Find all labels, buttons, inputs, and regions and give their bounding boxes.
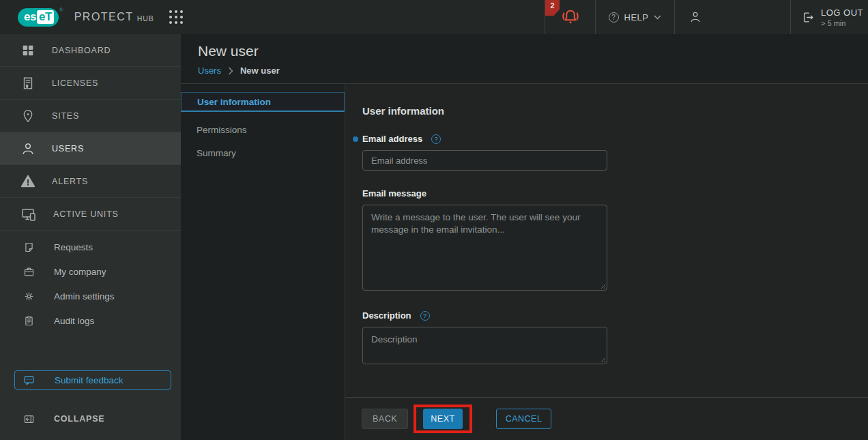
- description-textarea[interactable]: [362, 327, 607, 364]
- sidebar-label: Admin settings: [54, 291, 115, 302]
- app-launcher-icon[interactable]: [169, 10, 183, 24]
- help-circle-icon: ?: [609, 12, 619, 23]
- logout-label: LOG OUT: [821, 8, 863, 18]
- step-summary[interactable]: Summary: [181, 148, 345, 158]
- eset-logo-pill: es eT: [18, 8, 59, 27]
- help-menu[interactable]: ? HELP: [595, 0, 674, 34]
- email-message-textarea[interactable]: [362, 205, 607, 291]
- form-panel: User information Email address ? Email m…: [345, 84, 868, 440]
- product-name: PROTECT: [74, 11, 134, 23]
- logo-text-es: es: [24, 10, 36, 24]
- collapse-icon: [23, 413, 35, 425]
- email-message-label-row: Email message: [362, 188, 868, 199]
- sidebar-item-active-units[interactable]: ACTIVE UNITS: [0, 198, 181, 231]
- step-permissions[interactable]: Permissions: [181, 125, 345, 135]
- sidebar-item-audit-logs[interactable]: Audit logs: [0, 308, 181, 333]
- sidebar-item-alerts[interactable]: ALERTS: [0, 165, 181, 198]
- sidebar-item-licenses[interactable]: LICENSES: [0, 67, 181, 100]
- form-heading: User information: [362, 105, 868, 117]
- briefcase-icon: [23, 266, 35, 278]
- next-button[interactable]: NEXT: [423, 409, 463, 429]
- sidebar-item-users[interactable]: USERS: [0, 132, 181, 165]
- description-label-row: Description ?: [362, 310, 868, 321]
- page-header: New user Users New user: [181, 34, 868, 84]
- breadcrumb-chevron-icon: [228, 67, 233, 75]
- sidebar-item-admin-settings[interactable]: Admin settings: [0, 284, 181, 308]
- sidebar-label: LICENSES: [52, 78, 98, 88]
- collapse-sidebar-button[interactable]: COLLAPSE: [0, 398, 181, 440]
- feedback-bubble-icon: [23, 375, 35, 386]
- back-button[interactable]: BACK: [362, 409, 408, 429]
- sidebar-item-sites[interactable]: SITES: [0, 100, 181, 132]
- email-message-label: Email message: [362, 188, 426, 199]
- devices-icon: [20, 206, 37, 222]
- collapse-label: COLLAPSE: [54, 414, 104, 424]
- breadcrumb-link-users[interactable]: Users: [198, 65, 221, 76]
- sidebar-item-requests[interactable]: Requests: [0, 235, 181, 259]
- sidebar-nav: DASHBOARD LICENSES SITES USERS ALERTS: [0, 34, 181, 440]
- sidebar-item-my-company[interactable]: My company: [0, 259, 181, 284]
- breadcrumb-current: New user: [240, 65, 280, 76]
- step-user-information[interactable]: User information: [181, 92, 345, 112]
- sidebar-item-dashboard[interactable]: DASHBOARD: [0, 34, 181, 67]
- sidebar-label: USERS: [52, 144, 84, 153]
- email-address-label-row: Email address ?: [362, 134, 868, 144]
- email-address-help-icon[interactable]: ?: [431, 134, 441, 144]
- product-suffix: HUB: [137, 14, 154, 23]
- logout-button[interactable]: LOG OUT > 5 min: [790, 0, 868, 34]
- eset-logo[interactable]: es eT ® PROTECT HUB: [18, 8, 154, 27]
- sidebar-label: ALERTS: [52, 177, 88, 186]
- email-address-label: Email address: [362, 134, 422, 144]
- top-bar: es eT ® PROTECT HUB 2 ? HELP: [0, 0, 868, 34]
- cancel-button[interactable]: CANCEL: [496, 409, 551, 429]
- chevron-down-icon: [654, 15, 661, 20]
- warning-triangle-icon: [20, 174, 35, 189]
- clipboard-icon: [23, 315, 35, 327]
- submit-feedback-button[interactable]: Submit feedback: [14, 370, 171, 390]
- notification-badge: 2: [545, 0, 560, 16]
- dashboard-grid-icon: [20, 43, 35, 58]
- description-label: Description: [362, 310, 411, 321]
- annotation-next-highlight: NEXT: [414, 405, 472, 433]
- sidebar-label: Audit logs: [54, 316, 94, 326]
- sidebar-label: ACTIVE UNITS: [53, 209, 119, 219]
- user-avatar-icon: [689, 10, 702, 24]
- logout-icon: [802, 11, 815, 24]
- sidebar-label: Requests: [54, 242, 93, 252]
- main-content: New user Users New user User information…: [181, 34, 868, 440]
- registered-mark: ®: [59, 7, 63, 13]
- logo-text-et: eT: [37, 10, 54, 24]
- help-label: HELP: [624, 12, 649, 23]
- gear-icon: [23, 291, 35, 302]
- wizard-footer: BACK NEXT CANCEL: [345, 397, 868, 440]
- notifications-button[interactable]: 2: [545, 0, 595, 34]
- submit-feedback-label: Submit feedback: [55, 375, 124, 385]
- user-icon: [20, 141, 35, 156]
- email-address-input[interactable]: [362, 150, 607, 171]
- location-pin-icon: [20, 108, 35, 123]
- wizard-steps: User information Permissions Summary: [181, 84, 345, 440]
- sidebar-secondary-nav: Requests My company Admin settings Aud: [0, 235, 181, 333]
- bell-icon: [560, 7, 581, 27]
- sidebar-label: DASHBOARD: [52, 46, 111, 55]
- page-title: New user: [198, 43, 868, 59]
- session-timeout-text: > 5 min: [821, 19, 863, 27]
- breadcrumb: Users New user: [198, 65, 868, 76]
- required-dot: [353, 136, 358, 142]
- sidebar-label: SITES: [52, 111, 79, 121]
- license-certificate-icon: [20, 76, 35, 91]
- description-help-icon[interactable]: ?: [420, 311, 430, 321]
- account-menu[interactable]: [674, 0, 790, 34]
- sidebar-label: My company: [54, 267, 106, 277]
- request-note-icon: [23, 241, 35, 253]
